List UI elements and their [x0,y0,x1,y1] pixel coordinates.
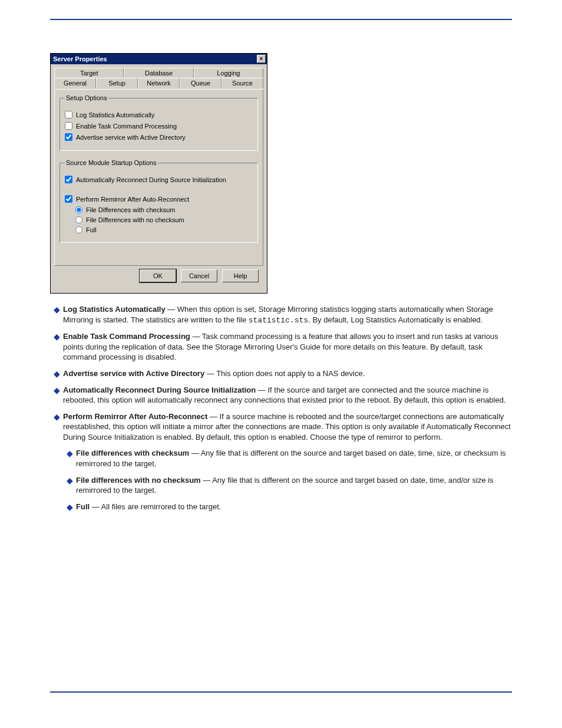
radio-diff-no-checksum[interactable]: File Differences with no checksum [75,216,253,223]
tab-general[interactable]: General [54,78,96,88]
tab-network[interactable]: Network [138,78,180,88]
s1-lead: File differences with checksum [76,449,189,457]
chk-log-stats[interactable]: Log Statistics Automatically [65,111,253,118]
ok-button[interactable]: OK [140,269,176,282]
b1-lead: Log Statistics Automatically [63,305,166,314]
chk-remirror[interactable]: Perform Remirror After Auto-Reconnect [65,195,253,203]
diamond-icon: ◆ [63,475,76,486]
dialog-buttons: OK Cancel Help [54,266,263,287]
tab-logging[interactable]: Logging [194,68,263,78]
radio-diff-no-checksum-input[interactable] [75,216,82,223]
sub-bullet-full: ◆ Full — All files are remirrored to the… [63,502,512,512]
chk-task-cmd-label: Enable Task Command Processing [76,123,177,130]
help-button[interactable]: Help [222,269,259,282]
chk-auto-reconnect-input[interactable] [65,176,72,183]
setup-options-group: Setup Options Log Statistics Automatical… [59,94,258,151]
diamond-icon: ◆ [50,411,63,422]
source-startup-legend: Source Module Startup Options [65,159,157,166]
dialog-title: Server Properties [53,55,107,62]
chk-advertise-ad-input[interactable] [65,133,72,141]
chk-task-cmd[interactable]: Enable Task Command Processing [65,122,253,130]
b3-lead: Advertise service with Active Directory [63,369,204,378]
b2-lead: Enable Task Command Processing [63,332,190,341]
tab-rows: Target Database Logging General Setup Ne… [54,68,263,88]
b1-rest2: . By default, Log Statistics Automatical… [308,315,482,324]
bullet-log-stats: ◆ Log Statistics Automatically — When th… [50,304,512,325]
radio-full-label: Full [86,226,97,233]
diamond-icon: ◆ [50,385,63,396]
radio-diff-no-checksum-label: File Differences with no checksum [86,216,184,223]
b4-lead: Automatically Reconnect During Source In… [63,386,256,394]
diamond-icon: ◆ [50,331,63,342]
s2-lead: File differences with no checksum [76,476,201,485]
server-properties-dialog: Server Properties × Target Database Logg… [50,53,267,294]
b1-code: statistic.sts [249,316,308,325]
cancel-button[interactable]: Cancel [181,269,217,282]
sub-bullets: ◆ File differences with checksum — Any f… [63,448,512,512]
s3-rest: — All files are remirrored to the target… [90,502,221,511]
sub-bullet-checksum: ◆ File differences with checksum — Any f… [63,448,512,469]
chk-log-stats-label: Log Statistics Automatically [76,111,154,118]
s3-lead: Full [76,502,90,511]
radio-diff-checksum-input[interactable] [75,206,82,213]
setup-options-legend: Setup Options [65,94,108,101]
diamond-icon: ◆ [50,368,63,379]
chk-log-stats-input[interactable] [65,111,72,118]
diamond-icon: ◆ [63,502,76,512]
radio-diff-checksum[interactable]: File Differences with checksum [75,206,253,213]
b5-lead: Perform Remirror After Auto-Reconnect [63,412,207,421]
chk-advertise-ad[interactable]: Advertise service with Active Directory [65,133,253,141]
bullet-auto-reconnect: ◆ Automatically Reconnect During Source … [50,385,512,406]
close-button[interactable]: × [257,55,266,63]
tab-row-front: General Setup Network Queue Source [54,78,263,88]
chk-auto-reconnect[interactable]: Automatically Reconnect During Source In… [65,176,253,183]
tab-setup[interactable]: Setup [96,78,138,88]
bullet-remirror: ◆ Perform Remirror After Auto-Reconnect … [50,411,512,443]
sub-bullet-no-checksum: ◆ File differences with no checksum — An… [63,475,512,496]
chk-remirror-label: Perform Remirror After Auto-Reconnect [76,196,189,203]
bullet-advertise: ◆ Advertise service with Active Director… [50,368,512,379]
b3-rest: — This option does not apply to a NAS de… [204,369,365,378]
radio-full-input[interactable] [75,226,82,233]
tab-queue[interactable]: Queue [180,78,222,88]
bottom-rule [50,691,512,693]
doc-body: ◆ Log Statistics Automatically — When th… [50,304,512,512]
remirror-radio-group: File Differences with checksum File Diff… [75,206,253,233]
chk-remirror-input[interactable] [65,195,72,203]
diamond-icon: ◆ [63,448,76,459]
titlebar: Server Properties × [51,54,267,64]
top-rule [50,19,512,20]
chk-task-cmd-input[interactable] [65,122,72,130]
bullet-task-cmd: ◆ Enable Task Command Processing — Task … [50,331,512,363]
tab-body: Setup Options Log Statistics Automatical… [54,89,263,266]
tabs-area: Target Database Logging General Setup Ne… [51,64,267,293]
source-startup-group: Source Module Startup Options Automatica… [59,159,258,243]
tab-target[interactable]: Target [54,68,124,78]
radio-full[interactable]: Full [75,226,253,233]
chk-auto-reconnect-label: Automatically Reconnect During Source In… [76,176,226,183]
diamond-icon: ◆ [50,304,63,315]
tab-database[interactable]: Database [124,68,193,78]
tab-row-back: Target Database Logging [54,68,263,78]
radio-diff-checksum-label: File Differences with checksum [86,206,175,213]
tab-source[interactable]: Source [222,78,263,88]
chk-advertise-ad-label: Advertise service with Active Directory [76,134,186,141]
